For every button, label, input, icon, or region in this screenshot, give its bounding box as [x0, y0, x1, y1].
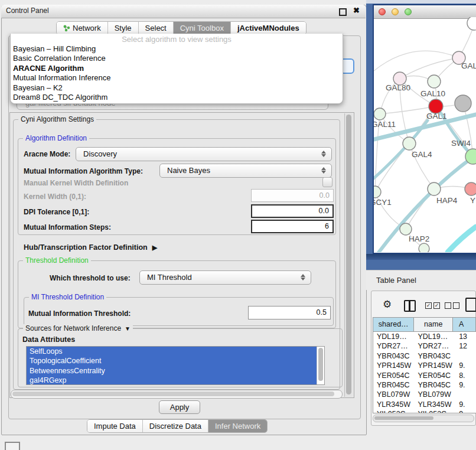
- network-edge[interactable]: [374, 51, 459, 71]
- dock-panel-icon[interactable]: [5, 442, 20, 450]
- hub-definition-expander[interactable]: Hub/Transcription Factor Definition▶: [24, 243, 157, 252]
- tab-discretize-data[interactable]: Discretize Data: [143, 420, 208, 432]
- node-label: GAL1: [426, 112, 447, 120]
- dpi-tolerance-field[interactable]: 0.0: [251, 204, 334, 218]
- network-edge[interactable]: [375, 144, 409, 192]
- column-header[interactable]: name: [414, 318, 453, 331]
- hub-definition-label: Hub/Transcription Factor Definition: [24, 243, 148, 252]
- columns-icon[interactable]: [404, 300, 416, 312]
- network-node[interactable]: [419, 243, 429, 252]
- network-edge[interactable]: [448, 227, 476, 252]
- network-edge[interactable]: [374, 120, 428, 178]
- data-attributes-list[interactable]: SelfLoopsTopologicalCoefficientBetweenne…: [26, 346, 325, 385]
- scrollbar-thumb[interactable]: [346, 115, 351, 394]
- algorithm-menu-item[interactable]: Dream8 DC_TDC Algorithm: [11, 93, 343, 102]
- table-row[interactable]: YBR045CYBR045C9.: [373, 380, 476, 390]
- scrollbar-thumb[interactable]: [12, 392, 334, 396]
- algorithm-menu-item[interactable]: Bayesian – Hill Climbing: [11, 44, 343, 54]
- mi-steps-field[interactable]: 6: [251, 220, 334, 233]
- checked-checkbox-icon[interactable]: ✓: [433, 302, 440, 309]
- gear-icon[interactable]: ⚙: [383, 298, 392, 311]
- table-row[interactable]: YDR27…YDR27…12: [373, 341, 476, 351]
- table-cell: YIL052C: [415, 409, 454, 413]
- table-panel-bar: Table Panel: [366, 270, 476, 290]
- zoom-traffic-light[interactable]: [405, 8, 412, 15]
- checked-checkbox-icon[interactable]: ✓: [425, 302, 432, 309]
- attribute-list-item[interactable]: SelfLoops: [27, 347, 320, 356]
- tab-label: Select: [145, 24, 167, 32]
- network-node-hap4[interactable]: [428, 182, 441, 195]
- column-header[interactable]: A: [453, 318, 476, 331]
- network-node[interactable]: [455, 95, 471, 112]
- unchecked-checkbox-icon[interactable]: [453, 302, 459, 309]
- network-node-gal11[interactable]: [374, 108, 386, 120]
- table-cell: YLR345W: [373, 400, 415, 409]
- network-node-gal4[interactable]: [403, 137, 416, 150]
- document-icon[interactable]: [465, 298, 476, 312]
- algorithm-menu-item[interactable]: Mutual Information Inference: [11, 73, 343, 83]
- mi-threshold-field[interactable]: 0.5: [248, 306, 331, 319]
- algorithm-dropdown-items: Bayesian – Hill ClimbingBasic Correlatio…: [11, 44, 343, 102]
- algorithm-menu-item[interactable]: Basic Correlation Inference: [11, 54, 343, 63]
- table-cell: YLR345W: [415, 400, 454, 409]
- kernel-width-field[interactable]: 0.0: [251, 189, 334, 202]
- aracne-mode-combobox[interactable]: Discovery: [76, 147, 332, 161]
- network-node-gcy1[interactable]: [374, 186, 381, 198]
- table-row[interactable]: YDL19…YDL19…13: [373, 332, 476, 341]
- control-panel-title: Control Panel: [6, 6, 49, 15]
- tab-style[interactable]: Style: [108, 22, 139, 34]
- table-cell: YPR145W: [373, 361, 415, 370]
- table-row[interactable]: YPR145WYPR145W9.: [373, 361, 476, 370]
- network-edge[interactable]: [400, 58, 459, 79]
- network-node-gal10[interactable]: [428, 75, 441, 88]
- table-row[interactable]: YIL052CYIL052C9: [373, 409, 476, 413]
- spinner-arrows-icon: [321, 150, 327, 158]
- manual-kernel-width-checkbox[interactable]: [322, 177, 332, 187]
- network-icon: [63, 25, 70, 32]
- table-cell: YBR045C: [415, 380, 454, 390]
- table-cell: YBL079W: [373, 390, 415, 399]
- scrollbar-thumb[interactable]: [374, 416, 433, 420]
- restore-icon[interactable]: [339, 8, 347, 16]
- which-threshold-combobox[interactable]: MI Threshold: [139, 270, 311, 285]
- minimize-traffic-light[interactable]: [392, 8, 399, 15]
- network-node[interactable]: [467, 17, 476, 30]
- tab-select[interactable]: Select: [139, 22, 174, 34]
- node-label: Y: [470, 196, 475, 205]
- column-header[interactable]: shared…: [373, 318, 414, 331]
- settings-horizontal-scrollbar[interactable]: [11, 390, 343, 399]
- list-vertical-scrollbar[interactable]: [317, 347, 324, 384]
- table-row[interactable]: YER054CYER054C8.: [373, 371, 476, 380]
- aracne-mode-label: Aracne Mode:: [24, 150, 70, 158]
- close-traffic-light[interactable]: [379, 8, 386, 15]
- table-horizontal-scrollbar[interactable]: [373, 415, 474, 422]
- table-cell: 9: [453, 409, 476, 413]
- node-label: GAL80: [386, 83, 410, 92]
- tab-infer-network[interactable]: Infer Network: [208, 420, 267, 432]
- settings-vertical-scrollbar[interactable]: [344, 113, 353, 397]
- tab-jactivemnodules[interactable]: jActiveMNodules: [231, 22, 306, 34]
- tab-impute-data[interactable]: Impute Data: [87, 420, 143, 432]
- tab-network[interactable]: Network: [57, 22, 108, 34]
- attribute-list-item[interactable]: BetweennessCentrality: [27, 366, 320, 376]
- scrollbar-thumb[interactable]: [318, 348, 323, 381]
- attribute-list-item[interactable]: gal4RGexp: [27, 376, 320, 385]
- tab-label: Cyni Toolbox: [180, 24, 224, 32]
- algorithm-definition-title: Algorithm Definition: [23, 134, 89, 142]
- mi-algorithm-type-combobox[interactable]: Naive Bayes: [159, 164, 332, 178]
- network-canvas[interactable]: GALGAL80GAL10GAL1GAL11GAL4SWI4GCY1HAP4YH…: [374, 17, 476, 252]
- algorithm-menu-item[interactable]: ARACNE Algorithm: [11, 64, 343, 73]
- attribute-list-item[interactable]: TopologicalCoefficient: [27, 356, 320, 366]
- table-cell: 9.: [453, 380, 476, 390]
- table-row[interactable]: YLR345WYLR345W9.: [373, 400, 476, 409]
- algorithm-menu-item[interactable]: Bayesian – K2: [11, 83, 343, 93]
- network-node-hap2[interactable]: [400, 223, 412, 235]
- apply-button[interactable]: Apply: [159, 400, 200, 414]
- close-icon[interactable]: ✖: [353, 6, 360, 15]
- table-row[interactable]: YBR043CYBR043C: [373, 351, 476, 361]
- tab-cyni-toolbox[interactable]: Cyni Toolbox: [174, 22, 231, 34]
- unchecked-checkbox-icon[interactable]: [445, 302, 451, 309]
- spinner-arrows-icon: [321, 167, 327, 174]
- network-node-y[interactable]: [465, 182, 476, 195]
- table-row[interactable]: YBL079WYBL079W: [373, 390, 476, 399]
